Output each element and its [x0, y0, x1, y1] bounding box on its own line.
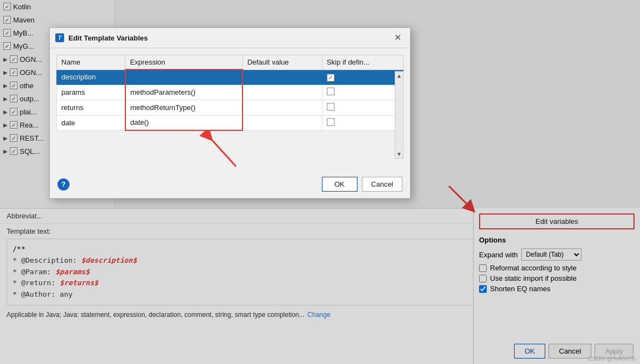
- modal-arrow-area: [50, 131, 410, 169]
- red-arrow-1-icon: [192, 131, 247, 169]
- edit-template-variables-dialog: T Edit Template Variables ✕ Name Express…: [49, 27, 411, 199]
- modal-title-text: Edit Template Variables: [68, 34, 148, 42]
- skip-date-checkbox[interactable]: [327, 118, 335, 126]
- svg-line-1: [209, 136, 236, 166]
- modal-cancel-button[interactable]: Cancel: [362, 177, 402, 192]
- scrollbar-up-icon[interactable]: ▲: [396, 73, 402, 79]
- table-row-description[interactable]: description: [57, 70, 403, 84]
- col-skip: Skip if defin...: [322, 55, 403, 70]
- cell-skip-date[interactable]: [322, 115, 403, 130]
- table-row-params[interactable]: params methodParameters(): [57, 84, 403, 100]
- modal-footer: ? OK Cancel: [50, 169, 410, 198]
- cell-expression-description[interactable]: [125, 70, 243, 84]
- cell-expression-date[interactable]: date(): [125, 115, 243, 130]
- modal-title-icon: T: [55, 33, 64, 42]
- cell-skip-params[interactable]: [322, 84, 403, 100]
- cell-name-date: date: [57, 115, 125, 130]
- modal-action-buttons: OK Cancel: [322, 177, 402, 192]
- modal-table-wrapper: Name Expression Default value Skip if de…: [50, 48, 410, 131]
- skip-description-checkbox[interactable]: [327, 74, 335, 82]
- cell-default-params[interactable]: [243, 84, 322, 100]
- variables-table: Name Expression Default value Skip if de…: [56, 55, 403, 131]
- cell-name-description: description: [57, 70, 125, 84]
- modal-close-button[interactable]: ✕: [391, 32, 405, 43]
- col-default: Default value: [243, 55, 322, 70]
- modal-titlebar-left: T Edit Template Variables: [55, 33, 148, 42]
- cell-skip-description[interactable]: [322, 70, 403, 84]
- cell-name-params: params: [57, 84, 125, 100]
- cell-expression-params[interactable]: methodParameters(): [125, 84, 243, 100]
- cell-skip-returns[interactable]: [322, 100, 403, 115]
- table-row-returns[interactable]: returns methodReturnType(): [57, 100, 403, 115]
- table-row-date[interactable]: date date(): [57, 115, 403, 130]
- cell-expression-returns[interactable]: methodReturnType(): [125, 100, 243, 115]
- skip-params-checkbox[interactable]: [327, 88, 335, 95]
- modal-help-button[interactable]: ?: [57, 178, 70, 190]
- cell-name-returns: returns: [57, 100, 125, 115]
- cell-default-description[interactable]: [243, 70, 322, 84]
- modal-ok-button[interactable]: OK: [322, 177, 358, 192]
- col-expression: Expression: [125, 55, 243, 70]
- modal-titlebar: T Edit Template Variables ✕: [50, 28, 410, 48]
- cell-default-date[interactable]: [243, 115, 322, 130]
- col-name: Name: [57, 55, 125, 70]
- skip-returns-checkbox[interactable]: [327, 103, 335, 111]
- cell-default-returns[interactable]: [243, 100, 322, 115]
